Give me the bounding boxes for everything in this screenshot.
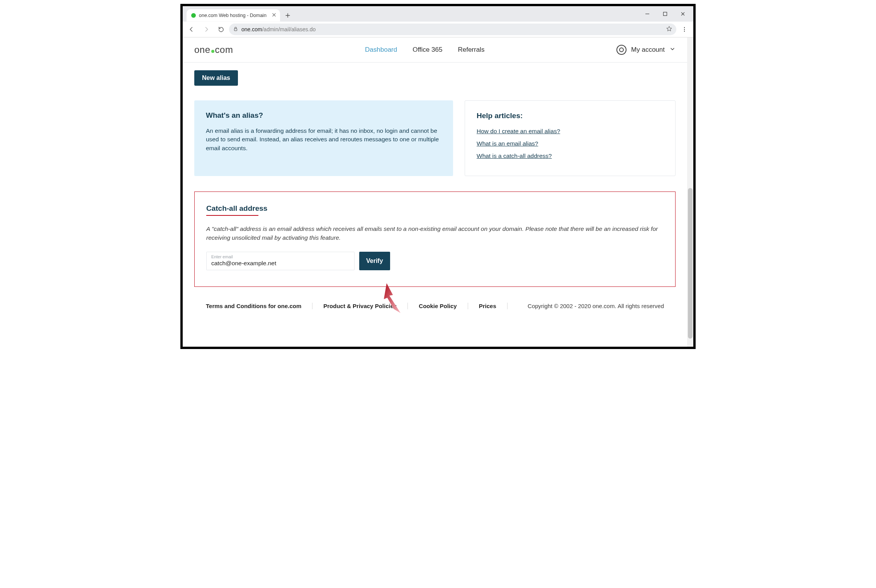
vertical-scrollbar[interactable] (687, 37, 693, 347)
help-link[interactable]: What is a catch-all address? (477, 153, 664, 159)
browser-tab[interactable]: one.com Web hosting - Domain (187, 9, 280, 22)
nav-reload-button[interactable] (214, 23, 227, 36)
catchall-form: Enter email Verify (206, 252, 664, 270)
bookmark-star-icon[interactable] (666, 25, 672, 33)
footer-cookie-link[interactable]: Cookie Policy (408, 303, 468, 309)
site-header: onecom Dashboard Office 365 Referrals My… (183, 37, 687, 63)
svg-point-3 (684, 29, 685, 30)
browser-titlebar: one.com Web hosting - Domain (183, 6, 693, 22)
new-alias-button[interactable]: New alias (194, 70, 238, 86)
browser-toolbar: one.com/admin/mail/aliases.do (183, 22, 693, 37)
window-close-button[interactable] (674, 6, 692, 22)
nav-dashboard[interactable]: Dashboard (365, 46, 397, 54)
help-link[interactable]: How do I create an email alias? (477, 128, 664, 135)
alias-info-body: An email alias is a forwarding address f… (206, 127, 441, 153)
tab-title: one.com Web hosting - Domain (199, 13, 269, 18)
help-articles-title: Help articles: (477, 112, 664, 120)
svg-rect-1 (234, 29, 237, 31)
account-menu[interactable]: My account (616, 45, 676, 55)
site-logo[interactable]: onecom (194, 44, 233, 55)
nav-office365[interactable]: Office 365 (413, 46, 442, 54)
lock-icon (233, 26, 238, 33)
address-bar[interactable]: one.com/admin/mail/aliases.do (229, 24, 676, 35)
chevron-down-icon (669, 46, 676, 54)
user-avatar-icon (616, 45, 626, 55)
page-content: New alias What's an alias? An email alia… (183, 63, 687, 317)
alias-info-title: What's an alias? (206, 111, 441, 120)
highlight-underline-icon (206, 215, 258, 216)
nav-back-button[interactable] (185, 23, 198, 36)
svg-point-4 (684, 31, 685, 32)
primary-nav: Dashboard Office 365 Referrals (244, 46, 605, 54)
account-label: My account (631, 46, 665, 54)
site-footer: Terms and Conditions for one.com Product… (194, 295, 676, 317)
page-body: onecom Dashboard Office 365 Referrals My… (183, 37, 687, 347)
verify-button[interactable]: Verify (359, 252, 390, 270)
logo-dot-icon (211, 50, 214, 53)
svg-rect-0 (664, 12, 667, 16)
nav-forward-button[interactable] (200, 23, 213, 36)
help-link[interactable]: What is an email alias? (477, 140, 664, 147)
address-text: one.com/admin/mail/aliases.do (241, 26, 316, 32)
new-tab-button[interactable] (282, 10, 293, 21)
footer-prices-link[interactable]: Prices (468, 303, 508, 309)
app-frame: one.com Web hosting - Domain (180, 4, 696, 349)
catchall-section: Catch-all address A "catch-all" address … (194, 191, 676, 287)
svg-point-2 (684, 27, 685, 28)
catchall-title: Catch-all address (206, 204, 267, 213)
catchall-email-field[interactable]: Enter email (206, 252, 355, 270)
window-controls (638, 6, 692, 22)
window-minimize-button[interactable] (638, 6, 656, 22)
alias-info-card: What's an alias? An email alias is a for… (194, 100, 453, 176)
catchall-description: A "catch-all" address is an email addres… (206, 224, 664, 242)
viewport: onecom Dashboard Office 365 Referrals My… (183, 37, 693, 347)
tab-favicon-icon (191, 13, 196, 18)
browser-menu-button[interactable] (678, 23, 691, 36)
catchall-email-input[interactable] (211, 260, 350, 267)
scrollbar-thumb[interactable] (688, 188, 693, 339)
nav-referrals[interactable]: Referrals (458, 46, 484, 54)
footer-terms-link[interactable]: Terms and Conditions for one.com (206, 303, 312, 309)
tab-close-icon[interactable] (272, 13, 276, 18)
window-maximize-button[interactable] (656, 6, 674, 22)
footer-copyright: Copyright © 2002 - 2020 one.com. All rig… (528, 303, 664, 309)
help-articles-card: Help articles: How do I create an email … (465, 100, 676, 176)
catchall-email-label: Enter email (211, 254, 350, 259)
info-row: What's an alias? An email alias is a for… (194, 100, 676, 176)
footer-policies-link[interactable]: Product & Privacy Policies (312, 303, 408, 309)
